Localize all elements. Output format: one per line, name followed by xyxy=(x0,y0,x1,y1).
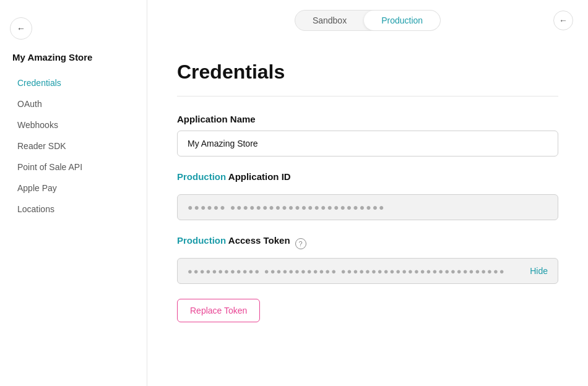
sidebar: ← My Amazing Store Credentials OAuth Web… xyxy=(0,0,147,386)
app-id-label: Production Application ID xyxy=(177,171,291,182)
sidebar-item-oauth[interactable]: OAuth xyxy=(5,94,142,114)
back-arrow-icon: ← xyxy=(17,24,25,33)
access-token-label-prefix: Production xyxy=(177,235,226,246)
access-token-label-suffix: Access Token xyxy=(228,235,290,246)
info-icon[interactable]: ? xyxy=(295,238,306,249)
tab-sandbox[interactable]: Sandbox xyxy=(295,11,364,30)
divider xyxy=(177,96,558,96)
store-name: My Amazing Store xyxy=(0,52,147,72)
app-id-field: ●●●●●● ●●●●●●●●●●●●●●●●●●●●●●●● xyxy=(177,194,558,220)
access-token-field: ●●●●●●●●●●●● ●●●●●●●●●●●● ●●●●●●●●●●●●●●… xyxy=(177,258,558,284)
sidebar-item-point-of-sale-api[interactable]: Point of Sale API xyxy=(5,157,142,177)
sidebar-item-apple-pay[interactable]: Apple Pay xyxy=(5,178,142,198)
sidebar-item-credentials[interactable]: Credentials xyxy=(5,73,142,93)
main-content: Sandbox Production ← Credentials Applica… xyxy=(147,0,588,386)
application-name-label: Application Name xyxy=(177,114,558,124)
sidebar-item-reader-sdk[interactable]: Reader SDK xyxy=(5,136,142,156)
back-button[interactable]: ← xyxy=(10,17,32,40)
app-id-label-container: Production Application ID xyxy=(177,171,558,188)
page-title: Credentials xyxy=(177,61,558,84)
replace-token-button[interactable]: Replace Token xyxy=(177,299,260,322)
access-token-label-container: Production Access Token ? xyxy=(177,235,558,252)
application-name-input[interactable] xyxy=(177,131,558,157)
access-token-label: Production Access Token xyxy=(177,235,290,246)
app-id-label-suffix-text: Application ID xyxy=(228,171,291,182)
topbar: Sandbox Production ← xyxy=(147,0,588,41)
sidebar-item-webhooks[interactable]: Webhooks xyxy=(5,115,142,135)
hide-button[interactable]: Hide xyxy=(520,259,558,283)
app-id-label-prefix: Production xyxy=(177,171,226,182)
tab-production[interactable]: Production xyxy=(364,11,440,30)
sidebar-item-locations[interactable]: Locations xyxy=(5,199,142,219)
tab-group: Sandbox Production xyxy=(295,10,441,31)
credentials-content: Credentials Application Name Production … xyxy=(147,41,588,386)
access-token-value: ●●●●●●●●●●●● ●●●●●●●●●●●● ●●●●●●●●●●●●●●… xyxy=(178,259,520,283)
nav-back-button[interactable]: ← xyxy=(553,11,573,30)
